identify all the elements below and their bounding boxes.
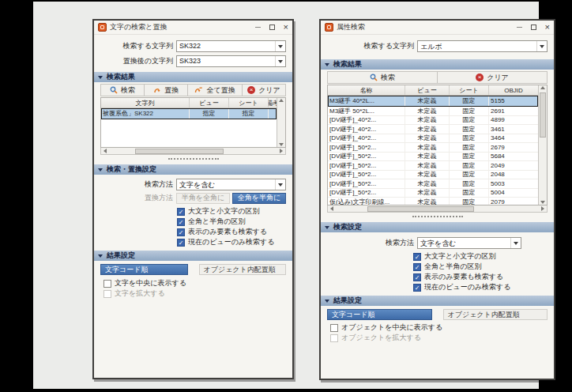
search-button[interactable]: 検索 [328,72,438,83]
table-row[interactable]: [DV継手]_50*2... 未定義 固定 2048 [328,171,538,180]
checkbox-label: 大文字と小文字の区別 [424,251,495,262]
checkbox-unchecked-icon [103,290,111,298]
order-by-object-button[interactable]: オブジェクト内配置順 [443,309,548,320]
table-row[interactable]: [DV継手]_50*2... 未定義 固定 5003 [328,179,538,189]
checkbox-current-view-only[interactable]: ✓ 現在のビューのみ検索する [177,237,292,247]
table-row[interactable]: [DV継手]_50*2... 未定義 固定 2679 [328,143,538,153]
section-result-settings[interactable]: 結果設定 [94,251,292,261]
checkbox-width-distinction[interactable]: ✓ 全角と半角の区別 [413,262,554,272]
checkbox-case-distinction[interactable]: ✓ 大文字と小文字の区別 [177,206,292,217]
table-row[interactable]: [DV継手]_50*2... 未定義 固定 5004 [328,189,538,198]
checkbox-center-object[interactable]: オブジェクトを中央に表示する [330,322,554,333]
checkbox-checked-icon[interactable]: ✓ [177,228,185,236]
section-search-results[interactable]: 検索結果 [321,59,554,70]
combo-dropdown-button[interactable] [536,41,547,51]
full-to-half-button[interactable]: 全角を半角に [232,193,286,204]
search-string-input[interactable]: エルボ [417,40,548,52]
checkbox-checked-icon[interactable]: ✓ [413,273,421,281]
titlebar[interactable]: 文字の検索と置換 × [94,21,292,35]
scroll-down-icon[interactable] [279,143,284,146]
clear-button[interactable]: × クリア [438,72,547,83]
table-row[interactable]: [DV継手]_40*2... 未定義 固定 3461 [328,125,538,134]
column-header[interactable]: ビュー [190,98,229,107]
checkbox-checked-icon[interactable]: ✓ [177,218,185,226]
table-row[interactable]: 被覆系色」SK322 指定 指定 [101,108,277,119]
search-method-select[interactable]: 文字を含む [176,179,286,190]
section-search-settings[interactable]: 検索設定 [321,222,554,232]
column-header[interactable]: 文字列 [101,98,190,107]
replace-button[interactable]: 置換 [145,85,188,96]
order-by-charcode-button[interactable]: 文字コード順 [100,264,188,275]
combo-dropdown-button[interactable] [275,179,285,190]
horizontal-scrollbar[interactable] [327,205,548,213]
table-row[interactable]: M3継手 40*2L... 未定義 固定 5155 [328,96,538,107]
column-header[interactable]: 備考 [269,98,277,107]
checkbox-zoom-text[interactable]: 文字を拡大する [103,288,292,299]
vertical-scrollbar[interactable] [277,98,285,147]
close-icon[interactable]: × [545,23,550,32]
combo-dropdown-button[interactable] [275,41,285,51]
checkbox-unchecked-icon[interactable] [330,324,338,332]
minimize-icon[interactable] [517,27,522,28]
scroll-down-icon[interactable] [540,201,545,204]
scrollbar-thumb[interactable] [367,206,474,212]
table-row[interactable]: [DV継手]_50*2... 未定義 固定 5684 [328,153,538,162]
checkbox-unchecked-icon[interactable] [103,280,111,288]
checkbox-checked-icon[interactable]: ✓ [177,239,185,247]
scroll-right-icon[interactable] [541,206,544,211]
search-string-input[interactable]: SK322 [176,40,286,52]
checkbox-center-text[interactable]: 文字を中央に表示する [103,278,292,288]
checkbox-search-display-only[interactable]: ✓ 表示のみ要素も検索する [177,227,292,237]
table-row[interactable]: 仮(込み)文字印刷線... 未定義 固定 2079 [328,198,538,205]
cell-sheet: 固定 [450,107,489,115]
table-row[interactable]: [DV継手]_40*2... 未定義 固定 4899 [328,116,538,126]
checkbox-checked-icon[interactable]: ✓ [177,208,185,216]
column-header[interactable]: 名称 [328,85,405,95]
search-method-select[interactable]: 文字を含む [417,237,521,249]
scroll-left-icon[interactable] [330,206,333,211]
table-row[interactable]: M3継手 50*2L... 未定義 固定 2691 [328,107,538,116]
scrollbar-thumb[interactable] [135,149,224,154]
search-button[interactable]: 検索 [101,85,145,96]
scroll-up-icon[interactable] [540,86,545,89]
maximize-icon[interactable] [531,24,536,30]
panel-splitter[interactable] [94,155,292,163]
column-header[interactable]: OBJID [489,85,538,95]
titlebar[interactable]: 属性検索 × [321,21,554,35]
order-by-charcode-button[interactable]: 文字コード順 [327,309,432,320]
panel-splitter[interactable] [321,213,554,220]
section-search-results[interactable]: 検索結果 [94,72,292,82]
cell-name: [DV継手]_40*2... [328,134,405,143]
checkbox-checked-icon[interactable]: ✓ [413,284,421,292]
table-row[interactable]: [DV継手]_50*2... 未定義 固定 2049 [328,161,538,171]
column-header[interactable]: シート [229,98,269,107]
checkbox-search-display-only[interactable]: ✓ 表示のみ要素も検索する [413,272,554,282]
scroll-up-icon[interactable] [279,99,284,102]
scroll-right-icon[interactable] [280,149,283,153]
order-by-object-button[interactable]: オブジェクト内配置順 [199,264,287,275]
vertical-scrollbar[interactable] [538,85,547,205]
table-row[interactable]: [DV継手]_40*2... 未定義 固定 3464 [328,134,538,144]
horizontal-scrollbar[interactable] [100,148,286,155]
clear-button[interactable]: × クリア [243,85,285,96]
checkbox-zoom-object[interactable]: オブジェクトを拡大する [330,333,554,343]
close-icon[interactable]: × [284,23,288,32]
column-header[interactable]: ビュー [405,85,450,95]
scroll-left-icon[interactable] [103,149,107,153]
checkbox-checked-icon[interactable]: ✓ [413,253,421,261]
half-to-full-button[interactable]: 半角を全角に [176,193,230,204]
replace-all-button[interactable]: 全て置換 [188,85,243,96]
section-search-replace-settings[interactable]: 検索・置換設定 [94,164,292,175]
section-result-settings[interactable]: 結果設定 [321,296,554,306]
checkbox-case-distinction[interactable]: ✓ 大文字と小文字の区別 [413,251,554,262]
minimize-icon[interactable] [255,27,261,28]
checkbox-current-view-only[interactable]: ✓ 現在のビューのみ検索する [413,282,554,292]
checkbox-width-distinction[interactable]: ✓ 全角と半角の区別 [177,217,292,227]
maximize-icon[interactable] [269,24,275,30]
checkbox-checked-icon[interactable]: ✓ [413,263,421,271]
replace-string-input[interactable]: SK323 [176,55,286,67]
scrollbar-thumb[interactable] [540,92,546,138]
combo-dropdown-button[interactable] [275,56,285,66]
column-header[interactable]: シート [450,85,489,95]
combo-dropdown-button[interactable] [510,238,521,248]
